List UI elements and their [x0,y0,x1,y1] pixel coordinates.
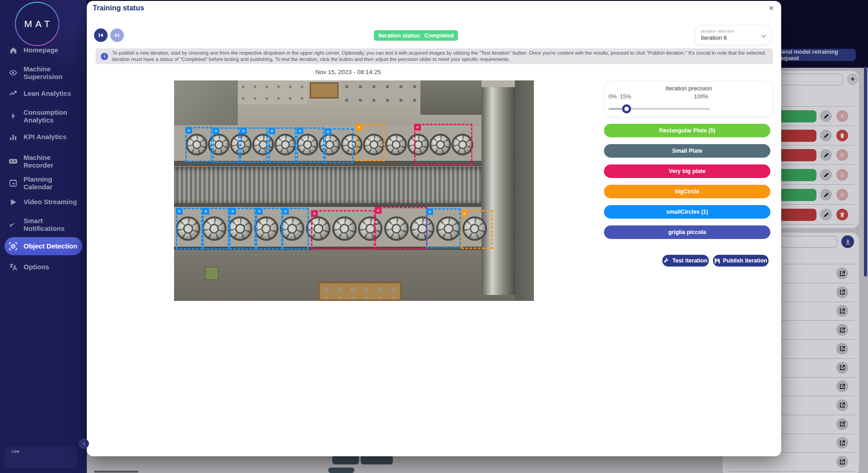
class-button-smallcircles-1-[interactable]: smallCircles (1) [604,205,770,219]
test-iteration-button[interactable]: Test iteration [662,255,709,267]
save-icon [714,258,720,264]
precision-slider-thumb[interactable] [622,104,631,113]
sidebar-item-kpi-analytics[interactable]: KPI Analytics [5,130,82,144]
detection-box-smallcircles-1-[interactable]: × [426,208,461,248]
info-icon: i [101,53,108,60]
sidebar-item-video-streaming[interactable]: Video Streaming [5,195,82,209]
sidebar-item-object-detection[interactable]: Object Detection [5,237,82,255]
detection-box-very-big-plate[interactable]: × [375,207,427,249]
detection-box-handle[interactable]: × [461,210,468,217]
sidebar-item-label: Machine Recorder [24,154,79,169]
class-button-bigcircle[interactable]: bigCircle [604,185,770,198]
detection-box-handle[interactable]: × [356,124,363,131]
sidebar-item-label: Consumption Analytics [24,108,79,124]
sidebar-item-lean-analytics[interactable]: Lean Analytics [5,87,82,100]
class-button-griglia-piccola[interactable]: griglia piccola [604,225,770,239]
play-icon [8,197,18,207]
iteration-status-value: Completed [425,33,454,39]
image-timestamp: Nov 15, 2023 - 08:14:25 [258,69,439,75]
detection-box-handle[interactable]: × [212,127,219,134]
send-icon [8,220,18,229]
test-iteration-label: Test iteration [672,258,708,264]
detection-box-bigcircle[interactable]: × [461,210,493,249]
sidebar-item-label: KPI Analytics [24,133,66,140]
detection-box-smallcircles-1-[interactable]: × [229,208,256,249]
detection-box-handle[interactable]: × [282,208,289,215]
sidebar-item-label: Lean Analytics [24,89,71,97]
app-logo-text: MAT [21,19,53,29]
detection-box-handle[interactable]: × [414,124,421,131]
publish-iteration-button[interactable]: Publish iteration [713,255,769,267]
detection-box-bigcircle[interactable]: × [356,124,385,161]
sidebar-item-machine-supervision[interactable]: Machine Supervision [5,63,82,83]
sidebar-item-label: Planning Calendar [24,175,79,191]
last-iteration-button[interactable] [110,28,124,42]
first-iteration-button[interactable] [94,28,108,42]
home-icon [8,45,18,55]
precision-value-label: 15% [620,94,631,100]
sidebar-item-smart-notifications[interactable]: Smart Notifications [5,215,82,234]
sidebar-item-consumption-analytics[interactable]: Consumption Analytics [5,107,82,126]
close-icon[interactable]: × [766,3,777,14]
detection-box-handle[interactable]: × [203,208,209,215]
app-root: Send model retraining request Search + S… [0,0,868,473]
detection-box-handle[interactable]: × [297,127,303,134]
detection-box-smallcircles-1-[interactable]: × [203,208,229,249]
detection-box-smallcircles-1-[interactable]: × [297,127,324,163]
detection-box-handle[interactable]: × [240,127,247,134]
line-tooltip-label: Line [12,449,19,454]
sidebar-item-label: Video Streaming [24,198,77,206]
wrench-icon [664,258,670,264]
precision-slider-track[interactable] [609,108,710,110]
detection-box-handle[interactable]: × [269,127,275,134]
detection-box-handle[interactable]: × [375,207,382,214]
sidebar-item-label: Object Detection [24,242,77,250]
recorder-icon [8,156,18,166]
iteration-precision-panel: Iteration precision 0% 15% 100% [604,81,773,117]
precision-min-label: 0% [609,94,617,100]
detection-box-handle[interactable]: × [229,208,236,215]
precision-title: Iteration precision [605,85,773,92]
info-banner: i To publish a new iteration, start by c… [95,48,773,64]
detection-box-very-big-plate[interactable]: × [414,124,472,165]
sidebar-item-machine-recorder[interactable]: Machine Recorder [5,152,82,171]
sidebar-collapse-button[interactable]: ‹ [79,439,89,449]
detection-box-handle[interactable]: × [311,210,318,217]
detection-box-smallcircles-1-[interactable]: × [212,127,240,163]
class-button-very-big-plate[interactable]: Very big plate [604,164,770,178]
sidebar: MAT HomepageMachine SupervisionLean Anal… [0,0,87,473]
iteration-selection-dropdown[interactable]: Iteration selection Iteration 6 [695,25,771,45]
detection-box-handle[interactable]: × [176,208,183,215]
wheel-part [385,134,407,155]
sidebar-item-options[interactable]: Options [5,260,82,274]
detection-box-handle[interactable]: × [426,208,433,215]
detection-box-smallcircles-1-[interactable]: × [176,208,203,249]
sidebar-item-homepage[interactable]: Homepage [5,43,82,57]
skip-next-icon [114,33,120,38]
detection-box-smallcircles-1-[interactable]: × [269,127,296,163]
sidebar-item-label: Homepage [24,46,58,54]
sidebar-item-label: Options [24,263,49,271]
info-banner-text: To publish a new iteration, start by cho… [112,50,773,62]
detection-image: ××××××××××××××××× [174,80,534,301]
iteration-status-badge: Iteration status: Completed [374,30,458,41]
iteration-selection-value: Iteration 6 [701,34,765,41]
bolt-icon [8,111,18,121]
detection-box-handle[interactable]: × [256,208,263,215]
detection-box-smallcircles-1-[interactable]: × [256,208,283,249]
detection-box-smallcircles-1-[interactable]: × [185,127,212,162]
sidebar-item-planning-calendar[interactable]: Planning Calendar [5,173,82,193]
sidebar-item-label: Machine Supervision [24,65,79,81]
bar-chart-icon [8,132,18,142]
detection-box-smallcircles-1-[interactable]: × [282,208,309,249]
object-detection-icon [8,241,18,251]
detection-box-smallcircles-1-[interactable]: × [240,127,268,163]
detection-box-very-big-plate[interactable]: × [311,210,375,250]
skip-previous-icon [98,33,104,38]
translate-icon [8,262,18,272]
detection-box-smallcircles-1-[interactable]: × [325,128,354,163]
class-button-small-plate[interactable]: Small Plate [604,144,770,158]
class-button-rectangular-plate-5-[interactable]: Rectangular Plate (5) [604,124,770,137]
detection-box-handle[interactable]: × [325,128,331,135]
detection-box-handle[interactable]: × [185,127,192,134]
